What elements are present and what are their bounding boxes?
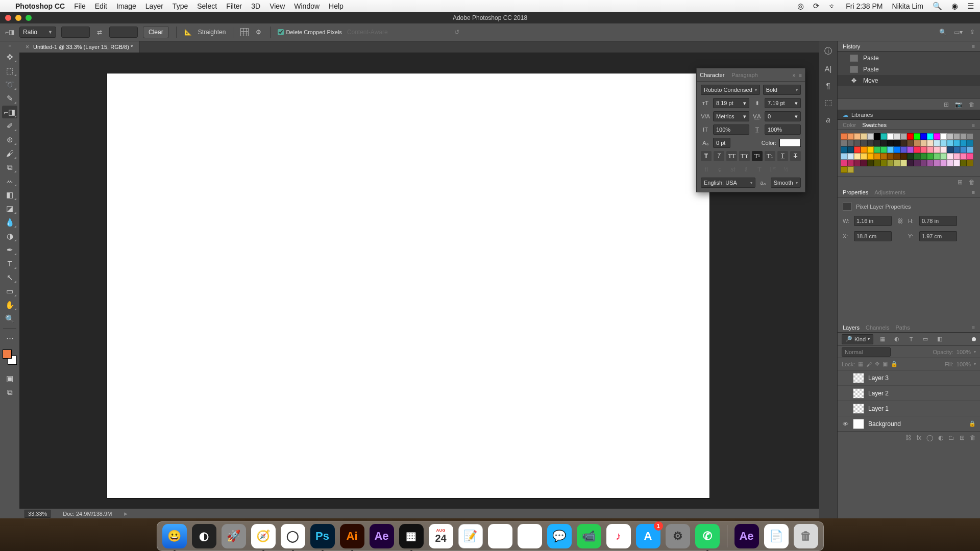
filter-smart-icon[interactable]: ◧	[935, 336, 945, 342]
layer-thumbnail[interactable]	[853, 419, 864, 429]
doc-info[interactable]: Doc: 24.9M/138.9M	[63, 511, 112, 517]
font-size-input[interactable]: 8.19 pt▾	[713, 98, 749, 108]
canvas[interactable]	[107, 73, 709, 498]
history-item[interactable]: Paste	[838, 64, 980, 75]
swash-button[interactable]: ã	[741, 164, 752, 174]
swatch[interactable]	[847, 140, 854, 146]
layer-fx-icon[interactable]: fx	[917, 434, 921, 441]
filter-adjustment-icon[interactable]: ◐	[892, 336, 902, 342]
layer-name[interactable]: Layer 1	[868, 405, 889, 412]
swatch[interactable]	[907, 140, 914, 146]
share-icon[interactable]: ⇪	[970, 29, 975, 36]
swatch[interactable]	[861, 133, 867, 140]
swatch[interactable]	[841, 140, 847, 146]
swatch[interactable]	[920, 140, 927, 146]
link-dimensions-icon[interactable]: ⛓	[895, 218, 905, 224]
window-minimize-button[interactable]	[15, 15, 21, 21]
wifi-icon[interactable]: ᯤ	[829, 2, 837, 10]
swatch[interactable]	[874, 133, 880, 140]
swatch[interactable]	[967, 133, 973, 140]
dock-app-cal[interactable]: AUG24	[429, 524, 453, 548]
swatch[interactable]	[900, 160, 907, 166]
fractions-button[interactable]: ½	[780, 164, 792, 174]
menu-file[interactable]: File	[74, 2, 86, 10]
create-document-icon[interactable]: ⊞	[944, 101, 949, 108]
move-tool[interactable]: ✥	[2, 51, 17, 63]
eyedropper-tool[interactable]: ✐	[2, 119, 17, 132]
dock-app-msgs[interactable]: 💬	[547, 524, 572, 548]
swatch[interactable]	[960, 160, 967, 166]
swatch[interactable]	[880, 160, 887, 166]
subscript-button[interactable]: T₁	[765, 151, 775, 161]
screen-mode-toggle[interactable]: ⧉	[2, 386, 17, 398]
brush-tool[interactable]: 🖌	[2, 147, 17, 160]
hand-tool[interactable]: ✋	[2, 298, 17, 311]
swatch[interactable]	[960, 133, 967, 140]
swatch[interactable]	[854, 153, 861, 160]
clock[interactable]: Fri 2:38 PM	[846, 2, 883, 10]
swatch[interactable]	[920, 133, 927, 140]
dock-app-launch[interactable]: 🚀	[222, 524, 246, 548]
filter-pixel-icon[interactable]: ▦	[877, 336, 888, 342]
gradient-tool[interactable]: ◪	[2, 202, 17, 215]
menu-view[interactable]: View	[270, 2, 285, 10]
swatch[interactable]	[880, 153, 887, 160]
swatch[interactable]	[861, 153, 867, 160]
sync-icon[interactable]: ⟳	[813, 2, 820, 11]
width-input[interactable]: 1.16 in	[854, 216, 892, 226]
swatch[interactable]	[861, 146, 867, 153]
contextual-alt-button[interactable]: ɕ	[714, 164, 725, 174]
foreground-color[interactable]	[3, 349, 12, 359]
marquee-tool[interactable]: ⬚	[2, 64, 17, 77]
lock-position-icon[interactable]: ✥	[875, 361, 879, 367]
workspace-switcher-icon[interactable]: ▭▾	[954, 29, 963, 36]
path-select-tool[interactable]: ↖	[2, 271, 17, 284]
healing-brush-tool[interactable]: ⊕	[2, 133, 17, 146]
swatch[interactable]	[887, 160, 894, 166]
swatch[interactable]	[940, 153, 947, 160]
swatch[interactable]	[960, 146, 967, 153]
swatch[interactable]	[967, 140, 973, 146]
faux-italic-button[interactable]: T	[714, 151, 724, 161]
dock-app-wa[interactable]: ✆	[695, 524, 720, 548]
menu-filter[interactable]: Filter	[226, 2, 242, 10]
menu-layer[interactable]: Layer	[145, 2, 163, 10]
underline-button[interactable]: T	[777, 151, 788, 161]
dock-app-trash[interactable]: 🗑	[794, 524, 818, 548]
swatch[interactable]	[960, 140, 967, 146]
swatch[interactable]	[914, 133, 920, 140]
lock-image-icon[interactable]: 🖌	[866, 361, 872, 367]
swatch[interactable]	[854, 133, 861, 140]
search-icon[interactable]: 🔍	[939, 29, 947, 36]
swatch[interactable]	[841, 160, 847, 166]
crop-tool-icon[interactable]: ⌐◨	[5, 28, 14, 37]
delete-history-icon[interactable]: 🗑	[969, 101, 975, 108]
swatch[interactable]	[947, 153, 953, 160]
swatch[interactable]	[900, 133, 907, 140]
dock-app-ai[interactable]: Ai	[340, 524, 364, 548]
swatch[interactable]	[947, 160, 953, 166]
swatch[interactable]	[967, 146, 973, 153]
x-position-input[interactable]: 18.8 cm	[854, 231, 892, 241]
layer-thumbnail[interactable]	[853, 404, 864, 414]
dock-app-set[interactable]: ⚙	[666, 524, 690, 548]
history-brush-tool[interactable]: ꕀ	[2, 174, 17, 187]
history-panel-menu-icon[interactable]: ≡	[972, 43, 975, 49]
swatch[interactable]	[953, 160, 960, 166]
eraser-tool[interactable]: ◧	[2, 188, 17, 201]
lock-transparency-icon[interactable]: ▦	[858, 361, 863, 367]
swatch[interactable]	[907, 153, 914, 160]
baseline-shift-input[interactable]: 0 pt	[713, 138, 730, 148]
properties-tab[interactable]: Properties	[843, 189, 868, 195]
dock-app-ft[interactable]: 📹	[577, 524, 601, 548]
new-layer-icon[interactable]: ⊞	[960, 434, 965, 441]
swatch[interactable]	[841, 166, 847, 173]
menu-window[interactable]: Window	[294, 2, 320, 10]
new-swatch-icon[interactable]: ⊞	[958, 179, 963, 186]
straighten-label[interactable]: Straighten	[198, 29, 226, 36]
swatch[interactable]	[874, 160, 880, 166]
username[interactable]: Nikita Lim	[892, 2, 923, 10]
layer-row[interactable]: Layer 2	[838, 386, 980, 401]
swatch[interactable]	[934, 153, 940, 160]
history-item[interactable]: Paste	[838, 53, 980, 64]
